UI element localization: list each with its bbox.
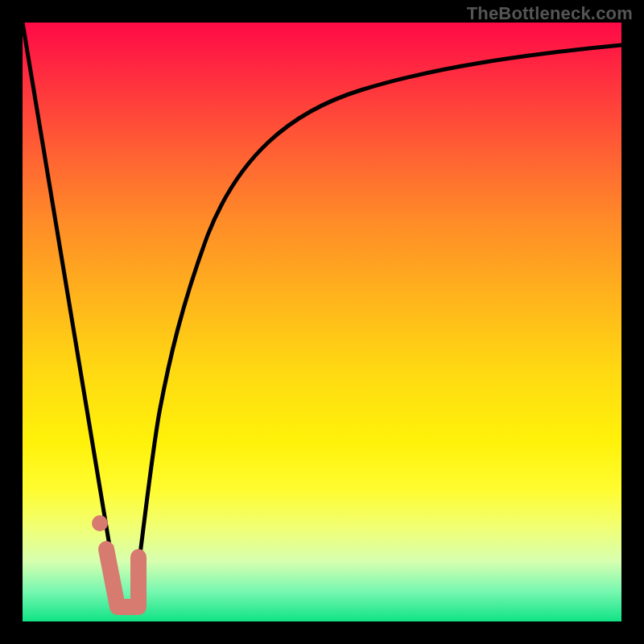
marker-dot <box>92 515 108 531</box>
plot-area <box>23 23 621 621</box>
right-ascending-curve <box>134 45 621 604</box>
chart-root: TheBottleneck.com <box>0 0 644 644</box>
marker-stroke <box>106 549 138 607</box>
curve-layer <box>23 23 621 621</box>
watermark-text: TheBottleneck.com <box>467 3 633 24</box>
